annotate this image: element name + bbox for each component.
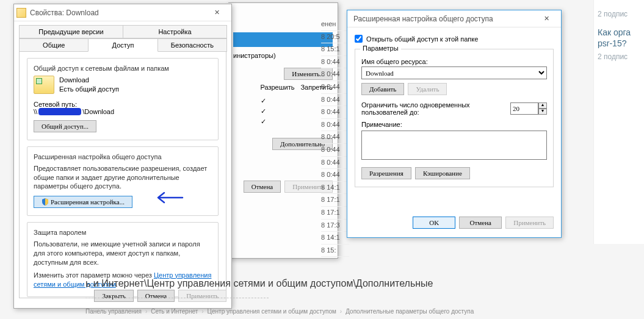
timestamp-cell: 8 0:44 [321, 56, 349, 69]
permissions-button[interactable]: Разрешения [361, 167, 411, 179]
share-checkbox-row[interactable]: Открыть общий доступ к этой папке [355, 35, 554, 43]
tab-content: Общий доступ к сетевым файлам и папкам D… [19, 51, 226, 298]
share-folder-name: Download [59, 76, 119, 85]
selected-row-highlight [233, 32, 333, 47]
titlebar[interactable]: Свойства: Download ✕ [14, 4, 231, 21]
close-button[interactable]: Закрыть [94, 290, 133, 302]
tab-security[interactable]: Безопасность [157, 38, 227, 52]
tab-general[interactable]: Общие [19, 38, 89, 52]
sharename-select[interactable]: Download [361, 66, 547, 79]
timestamp-cell: 8 15:1 [321, 43, 349, 56]
comment-label: Примечание: [361, 121, 547, 128]
timestamp-cell: 8 14:1 [321, 232, 349, 245]
timestamp-cell: 8 0:44 [321, 144, 349, 157]
timestamp-cell: 8 0:44 [321, 119, 349, 132]
close-icon[interactable]: ✕ [204, 6, 229, 20]
netpath-label: Сетевой путь: [34, 101, 212, 108]
divider [85, 298, 269, 298]
timestamp-cell: 8 0:44 [321, 94, 349, 107]
sharename-label: Имя общего ресурса: [361, 58, 547, 65]
timestamp-cell: 8 0:44 [321, 131, 349, 144]
add-share-button[interactable]: Добавить [361, 83, 404, 95]
shared-folder-icon [34, 76, 54, 94]
comment-textarea[interactable] [361, 131, 547, 160]
timestamp-cell: 8 0:44 [321, 106, 349, 119]
chevron-right-icon: › [340, 308, 342, 315]
advanced-sharing-button[interactable]: Расширенная настройка... [34, 196, 132, 208]
group-title: Параметры [360, 45, 401, 52]
timestamp-cell: 8 17:3 [321, 220, 349, 232]
timestamp-cell: 8 17:1 [321, 194, 349, 207]
folder-icon [16, 8, 26, 18]
window-title: Свойства: Download [30, 9, 204, 17]
delete-share-button[interactable]: Удалить [408, 83, 447, 95]
pwd-desc: Пользователи, не имеющие учетной записи … [34, 240, 212, 267]
sidebar-fragment: 2 подпис Как орга psr-15? 2 подпис [593, 0, 644, 244]
admins-text: инистраторы) [233, 52, 333, 59]
dialog-buttons: OK Отмена Применить [355, 217, 554, 229]
advanced-share-group: Расширенная настройка общего доступа Пре… [27, 146, 219, 217]
tab-row-2: Общие Доступ Безопасность [14, 38, 231, 52]
chevron-right-icon: › [145, 308, 147, 315]
caching-button[interactable]: Кэширование [415, 167, 470, 179]
spin-up-icon[interactable]: ▲ [538, 102, 547, 109]
subscriber-count: 2 подпис [598, 10, 640, 18]
redacted-hostname [38, 108, 81, 115]
timestamp-cell: 8 0:44 [321, 169, 349, 182]
shield-icon [42, 198, 49, 206]
timestamp-cell: енен [321, 18, 349, 31]
timestamp-cell: 8 0:44 [321, 68, 349, 81]
tab-row-1: Предыдущие версии Настройка [14, 21, 231, 38]
group-title: Расширенная настройка общего доступа [34, 153, 212, 160]
apply-button[interactable]: Применить [178, 290, 226, 302]
timestamp-column: енен8 20:58 15:18 0:448 0:448 0:448 0:44… [321, 18, 349, 257]
spin-down-icon[interactable]: ▼ [538, 109, 547, 115]
question-link[interactable]: Как орга psr-15? [598, 27, 640, 49]
apply-button[interactable]: Применить [505, 217, 554, 229]
group-title: Общий доступ к сетевым файлам и папкам [34, 65, 212, 72]
timestamp-cell: 8 0:44 [321, 81, 349, 94]
timestamp-cell: 8 0:44 [321, 157, 349, 170]
tab-sharing[interactable]: Доступ [88, 38, 157, 52]
timestamp-cell: 8 15: [321, 245, 349, 257]
tab-customize[interactable]: Настройка [123, 25, 227, 38]
parameters-group: Параметры Имя общего ресурса: Download Д… [355, 49, 554, 187]
advanced-desc: Предоставляет пользовательские разрешени… [34, 164, 212, 192]
perm-cancel-button[interactable]: Отмена [244, 181, 281, 193]
window-title: Расширенная настройка общего доступа [350, 15, 534, 23]
address-path: ь и Интернет\Центр управления сетями и о… [85, 278, 433, 289]
close-icon[interactable]: ✕ [534, 12, 559, 26]
network-share-group: Общий доступ к сетевым файлам и папкам D… [27, 58, 219, 140]
cancel-button[interactable]: Отмена [137, 290, 175, 302]
limit-label: Ограничить число одновременных пользоват… [361, 101, 483, 116]
user-limit-input[interactable] [510, 102, 538, 115]
share-status: Есть общий доступ [59, 85, 119, 94]
netpath-value: \\\Download [34, 108, 212, 115]
share-checkbox[interactable] [355, 35, 363, 43]
cancel-button[interactable]: Отмена [459, 217, 502, 229]
share-checkbox-label: Открыть общий доступ к этой папке [366, 35, 478, 43]
timestamp-cell: 8 17:1 [321, 207, 349, 220]
group-title: Защита паролем [34, 229, 212, 236]
breadcrumb-item[interactable]: Сеть и Интернет [151, 308, 198, 315]
subscriber-count: 2 подпис [598, 52, 640, 61]
properties-window: Свойства: Download ✕ Предыдущие версии Н… [13, 4, 232, 309]
share-button[interactable]: Общий доступ... [34, 120, 96, 132]
breadcrumb-item[interactable]: Панель управления [85, 308, 142, 315]
allow-header: Разрешить [260, 84, 294, 91]
timestamp-cell: 8 20:5 [321, 31, 349, 44]
advanced-sharing-window: Расширенная настройка общего доступа ✕ О… [347, 10, 562, 238]
titlebar[interactable]: Расширенная настройка общего доступа ✕ [347, 10, 561, 27]
tab-prev-versions[interactable]: Предыдущие версии [19, 25, 123, 38]
dialog-buttons: Закрыть Отмена Применить [94, 290, 226, 302]
ok-button[interactable]: OK [413, 217, 455, 229]
timestamp-cell: 8 14:1 [321, 182, 349, 195]
chevron-right-icon: › [201, 308, 203, 315]
breadcrumb-item[interactable]: Дополнительные параметры общего доступа [346, 308, 474, 315]
breadcrumb[interactable]: Панель управления›Сеть и Интернет›Центр … [85, 308, 474, 315]
breadcrumb-item[interactable]: Центр управления сетями и общим доступом [208, 308, 336, 315]
